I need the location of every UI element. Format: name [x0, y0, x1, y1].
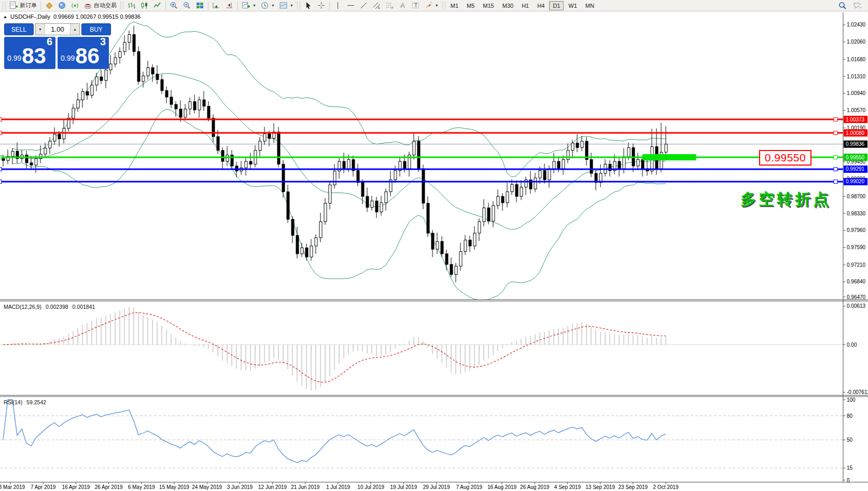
- line-chart-button[interactable]: [151, 1, 164, 11]
- price-callout-box[interactable]: 0.99550: [759, 150, 811, 166]
- timeframe-M5[interactable]: M5: [463, 1, 478, 10]
- axis-tick-label: 80: [847, 413, 853, 419]
- axis-tick-label: 1.01310: [847, 74, 866, 79]
- sell-button[interactable]: SELL: [4, 23, 34, 35]
- axis-tick-label: 1.02060: [847, 39, 866, 45]
- timeframe-MN[interactable]: MN: [582, 1, 598, 10]
- pivot-highlight-zone[interactable]: [642, 154, 696, 160]
- timeframe-M15[interactable]: M15: [479, 1, 497, 10]
- timeframe-M30[interactable]: M30: [499, 1, 517, 10]
- timeframe-toolbar: M1M5M15M30H1H4D1W1MN: [447, 1, 598, 10]
- date-tick-label: 13 Sep 2019: [585, 484, 615, 490]
- line-handle[interactable]: [0, 180, 2, 183]
- autotrading-button[interactable]: 自动交易: [81, 1, 119, 11]
- buy-price-pip: 3: [100, 36, 106, 48]
- line-handle[interactable]: [834, 156, 837, 159]
- timeframe-H1[interactable]: H1: [518, 1, 533, 10]
- timeframe-H4[interactable]: H4: [534, 1, 548, 10]
- chart-canvas[interactable]: 1.024301.020601.016801.013101.009401.005…: [0, 0, 868, 491]
- signals-icon: [71, 1, 79, 10]
- axis-tick-label: 0.00613: [847, 303, 866, 309]
- search-icon[interactable]: [838, 1, 847, 10]
- collapse-icon[interactable]: ▲: [3, 15, 7, 19]
- text-label-icon: T: [411, 1, 420, 10]
- axis-tick-label: 50: [847, 437, 853, 443]
- annotation-text[interactable]: 多空转折点: [740, 189, 831, 210]
- svg-text:E: E: [378, 6, 380, 9]
- cursor-button[interactable]: [302, 1, 315, 11]
- svg-text:A: A: [400, 2, 405, 9]
- line-handle[interactable]: [834, 131, 837, 135]
- fibonacci-button[interactable]: F: [383, 1, 396, 11]
- periods-button[interactable]: ▼: [258, 1, 277, 11]
- volume-increase-button[interactable]: ▲: [70, 24, 79, 35]
- horizontal-line-button[interactable]: [344, 1, 357, 11]
- zoom-out-button[interactable]: [180, 1, 193, 11]
- auto-scroll-icon: [212, 1, 221, 10]
- toolbar-grip[interactable]: [3, 2, 6, 9]
- zoom-in-button[interactable]: [167, 1, 180, 11]
- toolbar-separator: [237, 2, 238, 10]
- chart-shift-button[interactable]: [223, 1, 236, 11]
- trendline-icon: [359, 1, 368, 10]
- volume-input[interactable]: [45, 24, 70, 35]
- market-watch-button[interactable]: [43, 1, 55, 11]
- axis-tick-label: 0.00: [847, 342, 857, 348]
- line-handle[interactable]: [0, 131, 2, 135]
- line-handle[interactable]: [0, 156, 2, 159]
- crosshair-button[interactable]: [315, 1, 328, 11]
- arrows-button[interactable]: ▼: [422, 1, 441, 11]
- date-tick-label: 12 Jun 2019: [258, 484, 287, 490]
- timeframe-W1[interactable]: W1: [565, 1, 581, 10]
- line-handle[interactable]: [834, 180, 837, 183]
- axis-tick-label: 0.96470: [847, 294, 866, 300]
- price-tag-label: 1.00080: [846, 130, 865, 136]
- line-handle[interactable]: [0, 167, 2, 171]
- toolbar-grip[interactable]: [297, 2, 300, 9]
- template-icon: [279, 1, 288, 10]
- equidistant-channel-button[interactable]: E: [370, 1, 383, 11]
- autotrading-label: 自动交易: [94, 2, 117, 9]
- vertical-line-icon: [333, 1, 342, 10]
- text-label-button[interactable]: T: [409, 1, 422, 11]
- candlestick-chart-button[interactable]: [138, 1, 151, 11]
- toolbar-grip[interactable]: [442, 2, 445, 9]
- date-tick-label: 6 May 2019: [128, 484, 156, 490]
- indicators-button[interactable]: ▼: [240, 1, 258, 11]
- timeframe-D1[interactable]: D1: [549, 1, 564, 10]
- trendline-button[interactable]: [357, 1, 370, 11]
- date-tick-label: 26 Apr 2019: [95, 484, 123, 490]
- line-handle[interactable]: [834, 167, 837, 171]
- chat-icon[interactable]: [853, 1, 862, 10]
- symbol-name: USDCHF-,Daily: [10, 13, 50, 20]
- navigator-button[interactable]: [55, 1, 68, 11]
- market-watch-icon: [45, 1, 53, 10]
- vertical-line-button[interactable]: [331, 1, 344, 11]
- buy-button[interactable]: BUY: [81, 23, 111, 35]
- timeframe-M1[interactable]: M1: [447, 1, 462, 10]
- toolbar-grip[interactable]: [120, 2, 123, 9]
- new-order-button[interactable]: 新订单: [7, 1, 39, 11]
- new-order-label: 新订单: [20, 2, 37, 9]
- signals-button[interactable]: [68, 1, 81, 11]
- buy-price-tile[interactable]: 0.99 86 3: [58, 37, 109, 69]
- text-button[interactable]: A: [396, 1, 409, 11]
- bar-chart-button[interactable]: [125, 1, 138, 11]
- sell-price-tile[interactable]: 0.99 83 6: [4, 37, 55, 69]
- templates-button[interactable]: ▼: [277, 1, 296, 11]
- axis-tick-label: 0.98330: [847, 211, 866, 216]
- volume-decrease-button[interactable]: ▼: [36, 24, 45, 35]
- dropdown-caret-icon: ▼: [290, 4, 293, 7]
- axis-tick-label: 1.01680: [847, 57, 866, 62]
- date-tick-label: 10 Jul 2019: [357, 484, 384, 490]
- date-tick-label: 15 May 2019: [159, 484, 189, 490]
- toolbar-separator: [208, 2, 208, 10]
- tile-windows-button[interactable]: [193, 1, 206, 11]
- auto-scroll-button[interactable]: [210, 1, 223, 11]
- date-tick-label: 19 Jul 2019: [390, 484, 417, 490]
- macd-signal-value: 0.001841: [73, 304, 95, 310]
- buy-price-prefix: 0.99: [61, 54, 75, 62]
- line-handle[interactable]: [0, 118, 2, 121]
- line-handle[interactable]: [834, 118, 837, 121]
- price-tag-label: 0.99020: [846, 179, 865, 184]
